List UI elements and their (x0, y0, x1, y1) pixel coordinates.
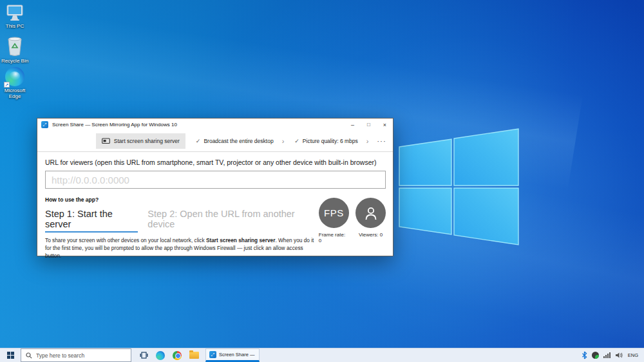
volume-icon[interactable] (615, 352, 623, 359)
title-bar[interactable]: ⤢ Screen Share — Screen Mirroring App fo… (37, 119, 393, 131)
app-icon: ⤢ (209, 351, 216, 358)
screen-share-window: ⤢ Screen Share — Screen Mirroring App fo… (37, 118, 393, 256)
desktop-icon-this-pc[interactable]: This PC (0, 4, 30, 29)
fps-text: FPS (324, 207, 344, 218)
desktop-icon-label: Microsoft Edge (0, 88, 30, 99)
search-input[interactable] (36, 352, 113, 359)
search-icon (26, 352, 32, 359)
taskbar: ⤢ Screen Share — Scr... ENG (0, 348, 644, 362)
edge-icon (156, 351, 165, 360)
desktop-icon-label: Recycle Bin (1, 58, 28, 64)
taskbar-file-explorer-button[interactable] (185, 348, 202, 362)
fps-circle: FPS (319, 198, 349, 228)
start-server-label: Start screen sharing server (114, 138, 180, 144)
stats-section: FPS Frame rate: 0 Viewers: 0 (319, 196, 386, 260)
task-view-button[interactable] (135, 348, 152, 362)
file-explorer-icon (189, 352, 199, 359)
chevron-right-icon[interactable]: › (282, 137, 285, 145)
system-tray: ENG (582, 348, 644, 362)
broadcast-desktop-option[interactable]: ✓ Broadcast the entire desktop (196, 138, 274, 144)
more-options-button[interactable]: ··· (377, 138, 387, 145)
desktop-icon-microsoft-edge[interactable]: ↗ Microsoft Edge (0, 67, 30, 99)
this-pc-icon (5, 4, 24, 22)
toolbar: Start screen sharing server ✓ Broadcast … (37, 131, 393, 152)
minimize-button[interactable]: – (345, 119, 361, 131)
signal-icon[interactable] (603, 352, 611, 358)
desktop-icon-recycle-bin[interactable]: Recycle Bin (0, 36, 30, 64)
start-server-inline-ref: Start screen sharing server (206, 237, 275, 243)
close-button[interactable]: × (377, 119, 393, 131)
wallpaper-windows-logo (398, 126, 520, 246)
frame-rate-label: Frame rate: 0 (319, 232, 349, 243)
display-share-icon (102, 138, 110, 144)
viewer-url-input[interactable] (45, 171, 386, 189)
how-to-description: To share your screen with other devices … (45, 236, 319, 260)
check-icon: ✓ (294, 138, 299, 144)
network-security-icon[interactable] (592, 352, 599, 359)
tab-step1-start-server[interactable]: Step 1: Start the server (45, 209, 138, 233)
how-to-section: How to use the app? Step 1: Start the se… (45, 196, 319, 260)
bluetooth-icon[interactable] (582, 351, 587, 359)
broadcast-desktop-label: Broadcast the entire desktop (204, 138, 273, 144)
taskbar-active-screen-share[interactable]: ⤢ Screen Share — Scr... (205, 348, 260, 362)
url-for-viewers-label: URL for viewers (open this URL from smar… (45, 158, 386, 166)
viewers-label: Viewers: 0 (359, 232, 383, 238)
person-icon (364, 205, 378, 221)
windows-start-icon (7, 352, 14, 359)
recycle-bin-icon (6, 36, 23, 57)
how-to-heading: How to use the app? (45, 196, 319, 203)
desktop-icon-label: This PC (6, 23, 24, 29)
window-title: Screen Share — Screen Mirroring App for … (52, 122, 177, 128)
taskbar-edge-button[interactable] (152, 348, 169, 362)
frame-rate-stat: FPS Frame rate: 0 (319, 198, 349, 260)
shortcut-arrow-icon: ↗ (4, 82, 10, 88)
start-button[interactable] (0, 348, 21, 362)
viewers-circle (355, 198, 386, 228)
viewers-stat: Viewers: 0 (355, 198, 386, 260)
chrome-icon (173, 351, 182, 360)
tab-step2-open-url[interactable]: Step 2: Open the URL from another device (147, 209, 318, 229)
taskbar-search[interactable] (21, 348, 131, 362)
language-indicator[interactable]: ENG (628, 352, 638, 358)
taskbar-chrome-button[interactable] (169, 348, 185, 362)
task-view-icon (140, 352, 148, 359)
app-icon: ⤢ (41, 121, 48, 128)
check-icon: ✓ (196, 138, 201, 144)
picture-quality-label: Picture quality: 6 mbps (303, 138, 358, 144)
active-task-label: Screen Share — Scr... (219, 352, 256, 357)
desktop: This PC Recycle Bin ↗ Microsoft Edge ⤢ S… (0, 0, 644, 362)
start-server-button[interactable]: Start screen sharing server (96, 133, 185, 149)
maximize-button[interactable]: □ (361, 119, 377, 131)
chevron-right-icon[interactable]: › (366, 137, 369, 145)
window-content: URL for viewers (open this URL from smar… (37, 152, 393, 265)
edge-icon: ↗ (5, 67, 24, 86)
picture-quality-option[interactable]: ✓ Picture quality: 6 mbps (294, 138, 358, 144)
